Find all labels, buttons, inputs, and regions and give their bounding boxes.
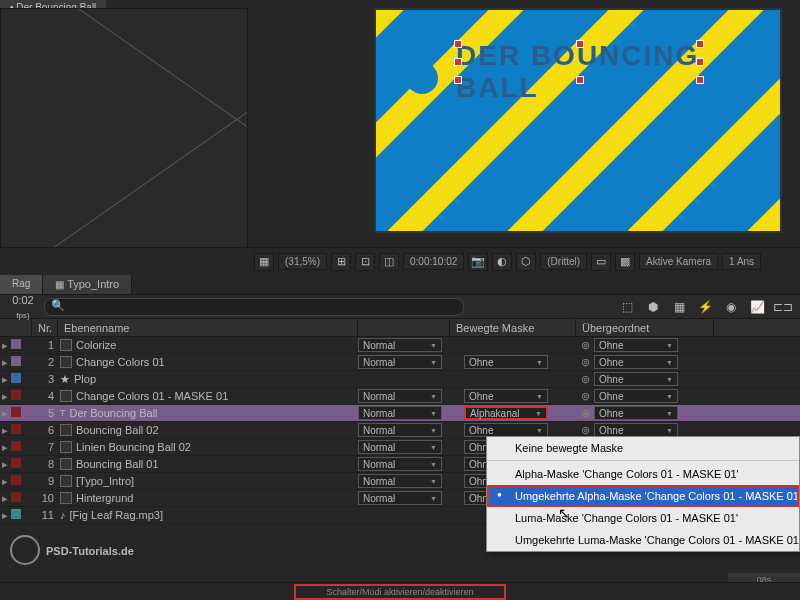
header-number[interactable]: Nr. <box>32 319 58 336</box>
parent-dropdown[interactable]: Ohne <box>594 389 678 403</box>
menu-item-luma-inverted[interactable]: Umgekehrte Luma-Maske 'Change Colors 01 … <box>487 529 799 551</box>
snap-icon[interactable]: ⊏⊐ <box>772 297 794 317</box>
current-time[interactable]: 0:02fps) <box>6 293 40 321</box>
blend-mode-dropdown[interactable]: Normal <box>358 423 442 437</box>
ball-graphic <box>406 62 438 94</box>
layer-row[interactable]: ▸ 2 Change Colors 01 Normal Ohne ⊚ Ohne <box>0 354 800 371</box>
timecode-display[interactable]: 0:00:10:02 <box>403 253 464 270</box>
preview-status-bar: ▦ (31,5%) ⊞ ⊡ ◫ 0:00:10:02 📷 ◐ ⬡ (Dritte… <box>248 247 800 275</box>
blend-mode-dropdown[interactable]: Normal <box>358 406 442 420</box>
region-icon[interactable]: ▭ <box>591 253 611 271</box>
timeline-tabs: Rag ▦ Typo_Intro <box>0 275 800 295</box>
color-icon[interactable]: ⬡ <box>516 253 536 271</box>
comp-flowchart-icon[interactable]: ⬚ <box>616 297 638 317</box>
layer-row[interactable]: ▸ 5 TDer Bouncing Ball Normal Alphakanal… <box>0 405 800 422</box>
layer-row[interactable]: ▸ 3 ★Plop ⊚ Ohne <box>0 371 800 388</box>
layer-search-input[interactable]: 🔍 <box>44 298 464 316</box>
zoom-dropdown[interactable]: (31,5%) <box>278 253 327 270</box>
transform-handle[interactable] <box>576 76 584 84</box>
blend-mode-dropdown[interactable]: Normal <box>358 440 442 454</box>
blend-mode-dropdown[interactable]: Normal <box>358 474 442 488</box>
safe-zone-icon[interactable]: ⊡ <box>355 253 375 271</box>
blend-mode-dropdown[interactable]: Normal <box>358 355 442 369</box>
camera-dropdown[interactable]: Aktive Kamera <box>639 253 718 270</box>
parent-dropdown[interactable]: Ohne <box>594 338 678 352</box>
parent-dropdown[interactable]: Ohne <box>594 423 678 437</box>
blend-mode-dropdown[interactable]: Normal <box>358 338 442 352</box>
draft3d-icon[interactable]: ⬢ <box>642 297 664 317</box>
channel-icon[interactable]: ◐ <box>492 253 512 271</box>
transform-handle[interactable] <box>696 76 704 84</box>
track-matte-dropdown[interactable]: Alphakanal <box>464 406 548 420</box>
layer-headers: Nr. Ebenenname Bewegte Maske Übergeordne… <box>0 319 800 337</box>
parent-dropdown[interactable]: Ohne <box>594 355 678 369</box>
header-parent[interactable]: Übergeordnet <box>576 319 714 336</box>
layer-row[interactable]: ▸ 4 Change Colors 01 - MASKE 01 Normal O… <box>0 388 800 405</box>
graph-icon[interactable]: 📈 <box>746 297 768 317</box>
resolution-icon[interactable]: ⊞ <box>331 253 351 271</box>
transform-handle[interactable] <box>696 40 704 48</box>
blend-mode-dropdown[interactable]: Normal <box>358 389 442 403</box>
timeline-tab[interactable]: ▦ Typo_Intro <box>43 275 132 294</box>
preview-title-text[interactable]: DER BOUNCING BALL <box>456 40 780 104</box>
header-mask[interactable]: Bewegte Maske <box>450 319 576 336</box>
timeline-tab[interactable]: Rag <box>0 275 43 294</box>
parent-dropdown[interactable]: Ohne <box>594 372 678 386</box>
transform-handle[interactable] <box>576 40 584 48</box>
toggle-switches-modes-button[interactable]: Schalter/Modi aktivieren/deaktivieren <box>294 584 505 600</box>
view-dropdown[interactable]: 1 Ans <box>722 253 761 270</box>
transform-handle[interactable] <box>696 58 704 66</box>
menu-item-luma[interactable]: Luma-Maske 'Change Colors 01 - MASKE 01' <box>487 507 799 529</box>
transform-handle[interactable] <box>454 40 462 48</box>
transform-handle[interactable] <box>454 76 462 84</box>
mask-icon[interactable]: ◫ <box>379 253 399 271</box>
transform-handle[interactable] <box>454 58 462 66</box>
header-name[interactable]: Ebenenname <box>58 319 358 336</box>
menu-item-none[interactable]: Keine bewegte Maske <box>487 437 799 461</box>
layer-row[interactable]: ▸ 1 Colorize Normal ⊚ Ohne <box>0 337 800 354</box>
wireframe-preview <box>0 8 248 248</box>
parent-dropdown[interactable]: Ohne <box>594 406 678 420</box>
menu-item-alpha[interactable]: Alpha-Maske 'Change Colors 01 - MASKE 01… <box>487 463 799 485</box>
menu-item-alpha-inverted[interactable]: Umgekehrte Alpha-Maske 'Change Colors 01… <box>487 485 799 507</box>
watermark: PSD-Tutorials.de <box>10 535 134 565</box>
track-matte-dropdown[interactable]: Ohne <box>464 389 548 403</box>
grid-icon[interactable]: ▦ <box>254 253 274 271</box>
quality-dropdown[interactable]: (Drittel) <box>540 253 587 270</box>
motion-blur-icon[interactable]: ⚡ <box>694 297 716 317</box>
composition-preview[interactable]: DER BOUNCING BALL <box>374 8 782 233</box>
blend-mode-dropdown[interactable]: Normal <box>358 491 442 505</box>
blend-mode-dropdown[interactable]: Normal <box>358 457 442 471</box>
track-matte-dropdown[interactable]: Ohne <box>464 423 548 437</box>
frame-blend-icon[interactable]: ▦ <box>668 297 690 317</box>
brain-icon[interactable]: ◉ <box>720 297 742 317</box>
tab-label: Typo_Intro <box>67 278 119 290</box>
transparency-icon[interactable]: ▩ <box>615 253 635 271</box>
track-matte-dropdown[interactable]: Ohne <box>464 355 548 369</box>
track-matte-dropdown-menu: Keine bewegte Maske Alpha-Maske 'Change … <box>486 436 800 552</box>
snapshot-icon[interactable]: 📷 <box>468 253 488 271</box>
